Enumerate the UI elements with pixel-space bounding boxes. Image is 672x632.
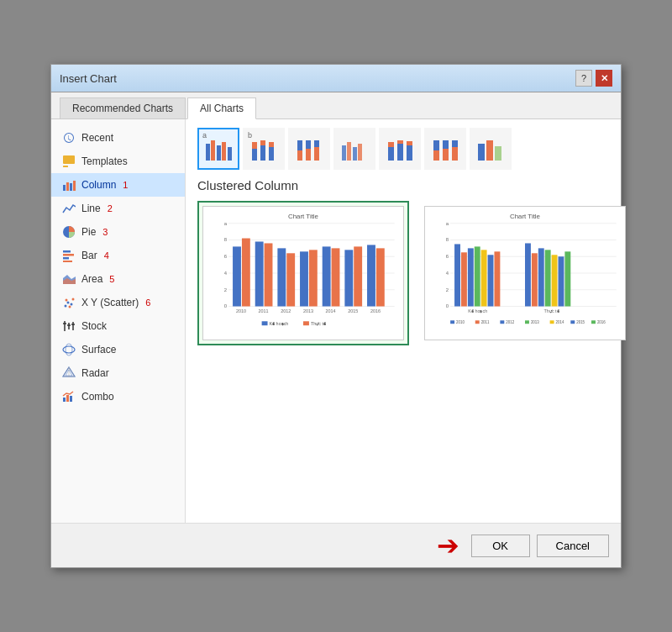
help-button[interactable]: ? [575,70,592,87]
section-title: Clustered Column [197,178,631,192]
svg-rect-61 [407,145,412,161]
svg-rect-147 [550,320,554,324]
svg-rect-91 [300,251,308,306]
svg-rect-132 [538,248,544,306]
sidebar-item-bar[interactable]: Bar 4 [51,244,185,267]
svg-rect-34 [66,395,69,402]
svg-rect-9 [63,257,69,260]
svg-text:2: 2 [446,287,449,292]
svg-rect-124 [461,252,467,306]
chart-type-d[interactable] [333,128,375,170]
close-button[interactable]: ✕ [596,70,612,87]
sidebar-item-combo[interactable]: Combo [51,385,185,408]
sidebar-label-column: Column [81,179,116,191]
cancel-button[interactable]: Cancel [537,535,609,557]
svg-rect-38 [217,145,221,161]
svg-rect-143 [500,320,504,324]
chart-preview-1[interactable]: Chart Title a 8 6 4 [197,201,409,345]
chart-preview-2[interactable]: Chart Title a 8 6 4 [419,201,631,345]
chart-type-a[interactable]: a [197,128,239,170]
svg-text:8: 8 [446,237,449,242]
tab-recommended-charts[interactable]: Recommended Charts [60,97,186,118]
chart-type-b-label: b [248,131,252,140]
svg-text:6: 6 [446,254,449,259]
svg-rect-131 [532,253,538,306]
svg-text:2: 2 [224,287,227,292]
svg-text:2011: 2011 [259,308,269,313]
combo-icon [61,389,76,404]
svg-rect-60 [397,140,403,144]
sidebar-item-surface[interactable]: Surface [51,338,185,361]
svg-point-13 [65,305,67,308]
sidebar-num-area: 5 [109,274,114,284]
svg-text:2012: 2012 [281,308,291,313]
svg-rect-128 [488,255,494,306]
svg-rect-54 [347,142,351,161]
chart-type-icons: a b [197,128,631,170]
svg-rect-139 [450,320,454,324]
chart-type-g[interactable] [470,128,512,170]
ok-button[interactable]: OK [471,535,530,557]
tab-all-charts[interactable]: All Charts [187,97,256,119]
sidebar-item-stock[interactable]: Stock [51,314,185,338]
svg-text:2013: 2013 [303,308,313,313]
svg-rect-68 [452,147,458,161]
scatter-icon [61,295,76,310]
svg-rect-33 [63,398,66,402]
svg-text:Thực tế: Thực tế [544,308,560,313]
chart-type-e[interactable] [379,128,421,170]
sidebar-item-templates[interactable]: Templates [51,150,185,173]
svg-text:4: 4 [224,271,228,276]
svg-text:2016: 2016 [597,320,606,324]
svg-rect-5 [73,181,76,191]
svg-rect-127 [481,250,487,306]
area-icon [61,271,76,287]
chart-type-f[interactable] [424,128,466,170]
svg-point-14 [67,302,70,304]
bottom-bar: ➔ OK Cancel [51,523,621,567]
svg-text:2016: 2016 [370,308,381,313]
sidebar-item-scatter[interactable]: X Y (Scatter) 6 [51,291,185,314]
svg-rect-151 [591,320,596,324]
sidebar-num-bar: 4 [104,250,109,261]
sidebar-item-column[interactable]: Column 1 [51,173,185,197]
sidebar-item-line[interactable]: Line 2 [51,197,185,220]
svg-rect-62 [407,141,412,145]
sidebar-label-bar: Bar [81,250,97,261]
svg-rect-59 [397,144,403,161]
svg-rect-69 [478,144,485,161]
svg-rect-58 [388,142,394,147]
svg-rect-149 [570,320,575,324]
svg-rect-36 [206,144,210,161]
sidebar-label-scatter: X Y (Scatter) [81,297,139,308]
svg-rect-41 [252,149,257,161]
sidebar-item-radar[interactable]: Radar [51,361,185,385]
chart-type-a-label: a [202,131,207,140]
svg-text:0: 0 [446,303,449,308]
sidebar-label-recent: Recent [81,132,113,144]
svg-text:a: a [446,221,449,226]
svg-rect-85 [233,246,241,306]
svg-rect-64 [433,150,439,161]
svg-rect-0 [63,155,75,164]
svg-text:2011: 2011 [481,320,490,324]
dialog-title: Insert Chart [60,72,117,85]
svg-rect-52 [314,147,319,161]
svg-rect-2 [63,185,66,191]
svg-rect-126 [475,246,480,306]
templates-icon [61,154,76,169]
tabs-row: Recommended Charts All Charts [51,92,621,119]
svg-rect-96 [354,246,362,306]
dialog-body: Recent Templates [51,119,621,523]
chart-type-c[interactable] [288,128,330,170]
svg-text:Chart Title: Chart Title [510,213,541,220]
svg-rect-98 [376,248,385,306]
svg-text:2015: 2015 [576,320,585,324]
svg-rect-134 [552,255,558,306]
svg-rect-45 [269,147,274,161]
chart-type-b[interactable]: b [243,128,285,170]
sidebar-item-pie[interactable]: Pie 3 [51,220,185,244]
svg-rect-93 [323,246,331,306]
sidebar-item-area[interactable]: Area 5 [51,267,185,291]
sidebar-item-recent[interactable]: Recent [51,126,185,150]
